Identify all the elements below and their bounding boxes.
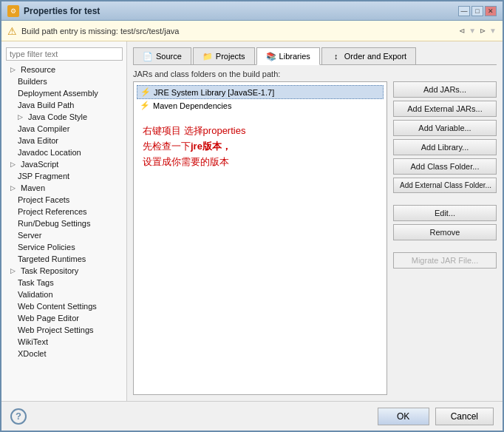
- sidebar-item-java-editor[interactable]: Java Editor: [1, 135, 126, 146]
- window-title: Properties for test: [24, 6, 100, 16]
- sidebar-label-project-facets: Project Facets: [18, 195, 69, 204]
- sidebar-item-javascript[interactable]: ▷ JavaScript: [1, 158, 126, 170]
- annotation-line2-pre: 先检查一下: [143, 141, 191, 152]
- maximize-button[interactable]: □: [471, 6, 483, 16]
- nav-forward-button[interactable]: ⊳: [477, 26, 488, 36]
- tab-source[interactable]: 📄 Source: [133, 47, 191, 64]
- edit-button[interactable]: Edit...: [393, 205, 497, 221]
- filter-input[interactable]: [6, 47, 123, 61]
- tree-item-maven-label: Maven Dependencies: [153, 101, 231, 110]
- sidebar-label-java-editor: Java Editor: [18, 136, 58, 145]
- expand-icon: ▷: [10, 161, 18, 168]
- sidebar-label-server: Server: [18, 231, 41, 240]
- warning-icon: ⚠: [7, 25, 17, 37]
- sidebar-label-java-build-path: Java Build Path: [18, 101, 74, 109]
- sidebar-item-maven[interactable]: ▷ Maven: [1, 182, 126, 194]
- sidebar-label-targeted-runtimes: Targeted Runtimes: [18, 254, 86, 263]
- sidebar-item-xdoclet[interactable]: XDoclet: [1, 348, 126, 360]
- sidebar-label-wikitext: WikiText: [18, 337, 48, 346]
- main-window: ⚙ Properties for test — □ ✕ ⚠ Build path…: [0, 0, 504, 432]
- sidebar-label-web-project-settings: Web Project Settings: [18, 325, 94, 334]
- sidebar-label-web-page-editor: Web Page Editor: [18, 314, 79, 323]
- sidebar-item-run-debug-settings[interactable]: Run/Debug Settings: [1, 217, 126, 229]
- help-button[interactable]: ?: [10, 408, 27, 425]
- sidebar-item-java-compiler[interactable]: Java Compiler: [1, 123, 126, 135]
- panel-description: JARs and class folders on the build path…: [133, 70, 497, 78]
- annotation-overlay: 右键项目 选择properties 先检查一下jre版本， 设置成你需要的版本: [143, 124, 384, 169]
- sidebar-item-project-references[interactable]: Project References: [1, 206, 126, 217]
- sidebar-label-javascript: JavaScript: [21, 160, 58, 169]
- tree-item-maven[interactable]: ⚡ Maven Dependencies: [137, 99, 384, 112]
- sidebar-item-web-project-settings[interactable]: Web Project Settings: [1, 324, 126, 336]
- projects-tab-icon: 📁: [202, 51, 213, 61]
- expand-icon: ▷: [10, 184, 18, 192]
- tree-item-jre[interactable]: ⚡ JRE System Library [JavaSE-1.7]: [137, 85, 384, 99]
- tab-projects[interactable]: 📁 Projects: [193, 47, 255, 64]
- sidebar-item-task-repository[interactable]: ▷ Task Repository: [1, 265, 126, 277]
- cancel-button[interactable]: Cancel: [435, 408, 494, 425]
- sidebar-item-java-code-style[interactable]: ▷ Java Code Style: [1, 111, 126, 123]
- sidebar-label-maven: Maven: [21, 183, 45, 192]
- sidebar-item-jsp-fragment[interactable]: JSP Fragment: [1, 170, 126, 182]
- add-jars-button[interactable]: Add JARs...: [393, 81, 497, 98]
- sidebar-item-web-content-settings[interactable]: Web Content Settings: [1, 300, 126, 312]
- warning-bar: ⚠ Build path entry is missing: test/src/…: [1, 21, 503, 41]
- sidebar-label-builders: Builders: [18, 77, 47, 86]
- sidebar-item-wikitext[interactable]: WikiText: [1, 336, 126, 348]
- build-path-tree[interactable]: ⚡ JRE System Library [JavaSE-1.7] ⚡ Mave…: [133, 81, 387, 395]
- order-export-tab-icon: ↕: [331, 51, 341, 61]
- sidebar-item-web-page-editor[interactable]: Web Page Editor: [1, 312, 126, 324]
- libraries-tab-icon: 📚: [266, 51, 276, 61]
- sidebar-label-service-policies: Service Policies: [18, 243, 75, 252]
- annotation-line1: 右键项目 选择properties: [143, 124, 384, 139]
- maven-icon: ⚡: [140, 101, 150, 110]
- expand-icon: ▷: [10, 267, 18, 274]
- add-library-button[interactable]: Add Library...: [393, 139, 497, 155]
- close-button[interactable]: ✕: [485, 6, 497, 16]
- title-bar: ⚙ Properties for test — □ ✕: [1, 1, 503, 21]
- main-body: ▷ Resource Builders Deployment Assembly …: [1, 41, 503, 401]
- sidebar-item-server[interactable]: Server: [1, 229, 126, 241]
- title-buttons: — □ ✕: [458, 6, 497, 16]
- add-external-jars-button[interactable]: Add External JARs...: [393, 101, 497, 117]
- sidebar-item-service-policies[interactable]: Service Policies: [1, 241, 126, 253]
- sidebar-item-builders[interactable]: Builders: [1, 75, 126, 87]
- warning-text: Build path entry is missing: test/src/te…: [21, 27, 452, 36]
- tree-item-jre-label: JRE System Library [JavaSE-1.7]: [154, 88, 274, 97]
- migrate-jar-button[interactable]: Migrate JAR File...: [393, 252, 497, 269]
- sidebar-item-javadoc-location[interactable]: Javadoc Location: [1, 146, 126, 158]
- sidebar-item-resource[interactable]: ▷ Resource: [1, 64, 126, 75]
- minimize-button[interactable]: —: [458, 6, 470, 16]
- sidebar-item-java-build-path[interactable]: Java Build Path: [1, 99, 126, 111]
- tab-order-export[interactable]: ↕ Order and Export: [321, 47, 416, 64]
- add-variable-button[interactable]: Add Variable...: [393, 120, 497, 136]
- annotation-line2-bold: jre版本，: [191, 141, 231, 152]
- tab-source-label: Source: [156, 52, 182, 61]
- expand-icon: ▷: [10, 66, 18, 73]
- expand-icon: ▷: [18, 113, 25, 121]
- tab-order-export-label: Order and Export: [344, 52, 406, 61]
- sidebar-label-resource: Resource: [21, 65, 55, 74]
- remove-button[interactable]: Remove: [393, 224, 497, 240]
- bottom-bar: ? OK Cancel: [1, 401, 503, 431]
- sidebar-item-task-tags[interactable]: Task Tags: [1, 277, 126, 288]
- annotation-line2: 先检查一下jre版本，: [143, 139, 384, 155]
- tab-libraries[interactable]: 📚 Libraries: [256, 47, 320, 65]
- add-class-folder-button[interactable]: Add Class Folder...: [393, 158, 497, 175]
- panel-content: ⚡ JRE System Library [JavaSE-1.7] ⚡ Mave…: [133, 81, 497, 395]
- content-area: ⚠ Build path entry is missing: test/src/…: [1, 21, 503, 431]
- window-icon: ⚙: [7, 5, 19, 17]
- sidebar-item-deployment-assembly[interactable]: Deployment Assembly: [1, 87, 126, 99]
- add-external-class-folder-button[interactable]: Add External Class Folder...: [393, 178, 497, 193]
- tab-libraries-label: Libraries: [279, 52, 310, 61]
- sidebar-item-validation[interactable]: Validation: [1, 288, 126, 300]
- nav-back-button[interactable]: ⊲: [457, 26, 467, 36]
- sidebar-item-project-facets[interactable]: Project Facets: [1, 194, 126, 206]
- ok-button[interactable]: OK: [378, 408, 429, 425]
- source-tab-icon: 📄: [143, 51, 153, 61]
- right-panel: 📄 Source 📁 Projects 📚 Libraries ↕ Order …: [127, 41, 503, 401]
- nav-arrows: ⊲ ▼ ⊳ ▼: [457, 26, 497, 36]
- sidebar-item-targeted-runtimes[interactable]: Targeted Runtimes: [1, 253, 126, 265]
- sidebar-label-deployment-assembly: Deployment Assembly: [18, 89, 98, 98]
- sidebar-label-web-content-settings: Web Content Settings: [18, 302, 97, 311]
